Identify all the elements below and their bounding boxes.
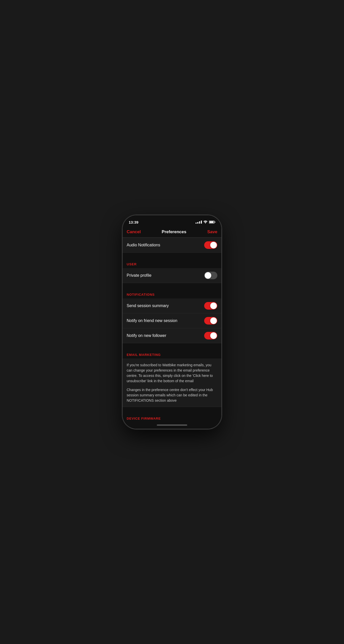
audio-notifications-toggle[interactable] (204, 241, 217, 249)
send-session-summary-label: Send session summary (127, 304, 169, 308)
email-marketing-text-1: If you're subscribed to Wattbike marketi… (127, 362, 217, 384)
notify-friend-new-session-toggle[interactable] (204, 317, 217, 325)
device-firmware-section-header: DEVICE FIRMWARE (123, 412, 221, 421)
pref-row-audio-notifications: Audio Notifications (123, 238, 221, 253)
notify-friend-new-session-label: Notify on friend new session (127, 318, 177, 323)
home-bar (157, 424, 187, 426)
phone-screen: 13:39 Cancel Preferences Save (123, 215, 221, 429)
send-session-summary-toggle[interactable] (204, 302, 217, 310)
audio-notifications-label: Audio Notifications (127, 243, 160, 247)
save-button[interactable]: Save (207, 229, 217, 234)
wifi-icon (203, 221, 207, 224)
user-section-header: USER (123, 258, 221, 268)
pref-row-notify-friend-new-session: Notify on friend new session (123, 313, 221, 328)
email-marketing-section-header: EMAIL MARKETING (123, 348, 221, 359)
pref-row-notify-new-follower: Notify on new follower (123, 328, 221, 343)
pref-row-private-profile: Private profile (123, 268, 221, 283)
scroll-content: Audio Notifications USER Private profile (123, 238, 221, 421)
phone-frame: 13:39 Cancel Preferences Save (123, 215, 221, 429)
notify-new-follower-toggle[interactable] (204, 332, 217, 339)
private-profile-toggle[interactable] (204, 272, 217, 279)
nav-bar: Cancel Preferences Save (123, 226, 221, 238)
pref-row-send-session-summary: Send session summary (123, 298, 221, 313)
status-icons (196, 221, 215, 224)
svg-rect-2 (209, 221, 214, 223)
email-marketing-text-2: Changes in the preference centre don't e… (127, 387, 217, 403)
battery-icon (209, 221, 215, 224)
notifications-section-header: NOTIFICATIONS (123, 288, 221, 298)
page-title: Preferences (162, 229, 186, 234)
email-marketing-text-block: If you're subscribed to Wattbike marketi… (123, 359, 221, 407)
cancel-button[interactable]: Cancel (127, 229, 141, 234)
svg-rect-1 (215, 222, 216, 223)
notch (153, 215, 191, 223)
home-indicator (123, 421, 221, 429)
private-profile-label: Private profile (127, 273, 151, 278)
notify-new-follower-label: Notify on new follower (127, 333, 166, 338)
signal-icon (196, 221, 202, 224)
status-time: 13:39 (129, 220, 138, 224)
